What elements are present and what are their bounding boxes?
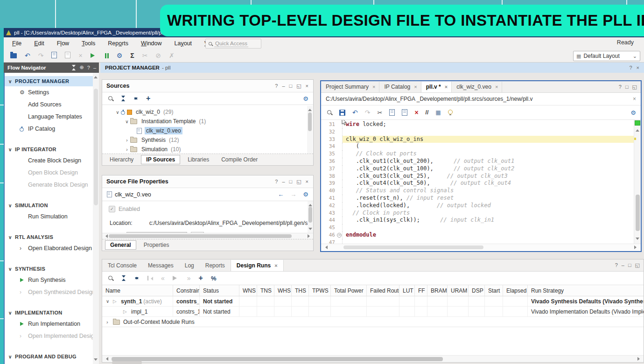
tab-reports[interactable]: Reports: [200, 260, 231, 271]
code-line[interactable]: 38 .clk_out3(clk_out_25), // output clk_…: [321, 173, 634, 180]
col-whs[interactable]: WHS: [274, 285, 292, 296]
tab-libraries[interactable]: Libraries: [183, 155, 214, 164]
tab-ip-sources[interactable]: IP Sources: [141, 155, 180, 164]
gear-icon[interactable]: ⚙: [630, 109, 636, 116]
maximize-icon[interactable]: □: [625, 84, 629, 90]
col-elapsed[interactable]: Elapsed: [503, 285, 528, 296]
code-line-current[interactable]: 33clk_wiz_0 clk_wiz_o_ins: [321, 136, 634, 143]
code-line[interactable]: 41 .reset(rst_n), // input reset: [321, 195, 634, 202]
flow-item-settings[interactable]: ⚙Settings: [5, 86, 98, 98]
code-line[interactable]: 36 .clk_out1(clk_out_200), // output clk…: [321, 158, 634, 165]
cut-disabled-icon[interactable]: ✂: [142, 52, 148, 59]
col-failed-routes[interactable]: Failed Routes: [367, 285, 399, 296]
flow-item-open-block-design[interactable]: Open Block Design: [5, 167, 98, 179]
col-uram[interactable]: URAM: [448, 285, 469, 296]
code-line[interactable]: 43 // Clock in ports: [321, 210, 634, 217]
tree-item-clk-wiz-0-veo[interactable]: clk_wiz_0.veo: [102, 126, 313, 135]
minimize-icon[interactable]: –: [622, 262, 624, 268]
flow-item-add-sources[interactable]: Add Sources: [5, 98, 98, 111]
gear-icon[interactable]: ⚙: [303, 95, 308, 102]
flow-item-generate-block-design[interactable]: Generate Block Design: [5, 179, 98, 191]
col-ths[interactable]: THS: [292, 285, 309, 296]
undo-icon[interactable]: ↶: [25, 52, 30, 59]
code-line[interactable]: 37 .clk_out2(clk_out_100), // output clk…: [321, 165, 634, 173]
chevron-right-icon[interactable]: ›: [106, 319, 113, 325]
code-line[interactable]: 34 (: [321, 143, 634, 150]
sum-icon[interactable]: Σ: [130, 52, 134, 59]
cut-icon[interactable]: ✂: [377, 109, 382, 116]
fold-icon[interactable]: [337, 233, 342, 238]
sfp-hscrollbar[interactable]: [102, 233, 313, 239]
paste-icon[interactable]: [65, 52, 70, 59]
percent-icon[interactable]: %: [211, 275, 217, 282]
copy-icon[interactable]: [389, 109, 395, 116]
search-icon[interactable]: [108, 275, 113, 281]
flow-section-header[interactable]: ∨ PROJECT MANAGER: [5, 76, 98, 86]
help-icon[interactable]: ?: [615, 262, 618, 268]
toggle-comment-icon[interactable]: //: [426, 109, 429, 116]
float-icon[interactable]: ◱: [296, 83, 301, 89]
menu-edit[interactable]: Edit: [34, 40, 44, 47]
col-bram[interactable]: BRAM: [427, 285, 448, 296]
col-status[interactable]: Status: [200, 285, 239, 296]
chevron-down-icon[interactable]: ∨: [106, 299, 113, 304]
tab-project-summary[interactable]: Project Summary×: [321, 82, 379, 92]
tree-item-synthesis[interactable]: › Synthesis(12): [102, 135, 313, 145]
chevron-right-icon[interactable]: ›: [124, 147, 130, 152]
rewind-icon[interactable]: «: [161, 274, 165, 282]
help-icon[interactable]: ?: [275, 179, 278, 184]
tab-properties[interactable]: Properties: [139, 241, 174, 249]
col-ff[interactable]: FF: [415, 285, 427, 296]
float-icon[interactable]: ◱: [296, 179, 301, 185]
collapse-all-icon[interactable]: [71, 65, 77, 70]
table-row-synth-1[interactable]: ∨ ▷ synth_1(active) constrs_1 Not starte…: [102, 296, 644, 307]
flow-item-create-block-design[interactable]: Create Block Design: [5, 154, 98, 167]
editor-hscrollbar[interactable]: [321, 244, 641, 251]
flow-item-ip-catalog[interactable]: IP Catalog: [5, 123, 98, 135]
flow-item-run-synthesis[interactable]: Run Synthesis: [5, 274, 98, 286]
flow-section-header[interactable]: ∨ RTL ANALYSIS: [5, 232, 98, 242]
code-line[interactable]: 35 // Clock out ports: [321, 150, 634, 158]
save-icon[interactable]: [339, 110, 345, 116]
minimize-icon[interactable]: –: [282, 179, 285, 184]
flow-section-header[interactable]: ∨ IP INTEGRATOR: [5, 144, 98, 154]
col-constraints[interactable]: Constraints: [173, 285, 200, 296]
flow-item-language-templates[interactable]: Language Templates: [5, 111, 98, 123]
copy-icon[interactable]: [51, 52, 57, 59]
code-line[interactable]: 32: [321, 128, 634, 136]
tab-general[interactable]: General: [105, 240, 136, 250]
code-line[interactable]: 42 .locked(locked), // output locked: [321, 202, 634, 210]
redo-icon[interactable]: ↷: [365, 109, 371, 116]
undo-icon[interactable]: ↶: [352, 109, 358, 116]
editor-scrollbar[interactable]: [634, 120, 641, 244]
close-icon[interactable]: ×: [414, 84, 417, 90]
col-tpws[interactable]: TPWS: [309, 285, 331, 296]
menu-layout[interactable]: Layout: [175, 40, 192, 47]
close-icon[interactable]: ×: [637, 65, 639, 70]
flow-section-header[interactable]: ∨ SIMULATION: [5, 200, 98, 210]
maximize-icon[interactable]: □: [289, 83, 293, 89]
help-icon[interactable]: ?: [87, 65, 90, 70]
code-line[interactable]: 45: [321, 224, 634, 231]
forward-icon[interactable]: »: [187, 274, 191, 282]
col-total-power[interactable]: Total Power: [331, 285, 367, 296]
collapse-all-icon[interactable]: [121, 275, 126, 281]
flow-section-header[interactable]: ∨ SYNTHESIS: [5, 264, 98, 274]
tab-messages[interactable]: Messages: [142, 260, 179, 271]
close-icon[interactable]: ×: [633, 96, 636, 102]
col-start[interactable]: Start: [485, 285, 503, 296]
code-line[interactable]: 40 // Status and control signals: [321, 187, 634, 195]
quick-access-search[interactable]: Quick Access: [205, 39, 261, 49]
menu-flow[interactable]: Flow: [57, 40, 69, 47]
first-run-icon[interactable]: [147, 274, 153, 282]
tab-design-runs[interactable]: Design Runs×: [231, 260, 284, 271]
chevron-down-icon[interactable]: ∨: [124, 119, 130, 124]
expand-all-icon[interactable]: [134, 275, 140, 281]
flow-item-open-implemented-design[interactable]: ›Open Implemented Design: [5, 330, 98, 342]
help-icon[interactable]: ?: [275, 83, 278, 89]
expand-icon[interactable]: ⊕: [80, 64, 84, 70]
step-icon[interactable]: [105, 52, 109, 59]
close-icon[interactable]: ×: [306, 83, 308, 89]
back-icon[interactable]: ←: [278, 191, 284, 198]
maximize-icon[interactable]: □: [289, 179, 293, 184]
